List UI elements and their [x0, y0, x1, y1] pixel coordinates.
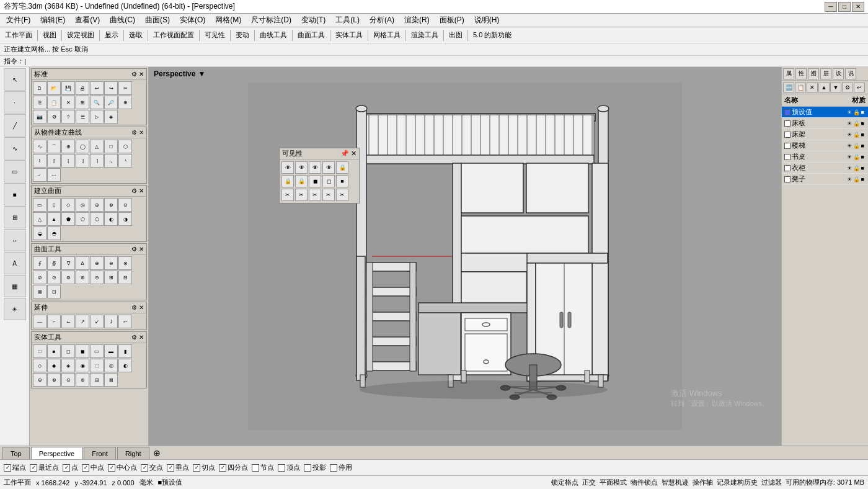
st-7[interactable]: ⊗ [118, 256, 132, 270]
sol-20[interactable]: ⊠ [104, 373, 118, 387]
visible-panel-close[interactable]: ✕ [351, 150, 356, 157]
menu-render[interactable]: 渲染(R) [401, 14, 433, 27]
st-2[interactable]: ∯ [47, 256, 61, 270]
tb-cut[interactable]: ✂ [118, 81, 132, 95]
sol-18[interactable]: ⊚ [76, 373, 89, 387]
lt-dim[interactable]: ↔ [4, 229, 26, 251]
vis-btn-14[interactable]: ✂ [322, 189, 335, 201]
snap-nearest[interactable]: 最近点 [30, 463, 59, 472]
toolbox-solid-tools-header[interactable]: 实体工具 ⚙ ✕ [32, 332, 146, 343]
tb-undo[interactable]: ↩ [90, 81, 104, 95]
menu-help[interactable]: 说明(H) [471, 14, 503, 27]
bc-13[interactable]: ⌍ [104, 154, 118, 168]
snap-knot[interactable]: 节点 [252, 463, 274, 472]
cs-2[interactable]: ▯ [47, 198, 61, 212]
bc-5[interactable]: △ [90, 140, 104, 153]
lt-surface[interactable]: ▭ [4, 160, 26, 182]
tb-visibility[interactable]: 可见性 [202, 29, 228, 41]
layer-desk[interactable]: 书桌 ☀ 🔒 ■ [782, 151, 868, 163]
tb-save[interactable]: 💾 [61, 81, 75, 95]
tb-render-tools[interactable]: 渲染工具 [409, 29, 441, 41]
menu-tools[interactable]: 工具(L) [332, 14, 363, 27]
vis-btn-9[interactable]: ◻ [322, 175, 335, 187]
rp-tb-copy[interactable]: 📋 [795, 83, 806, 92]
lt-line[interactable]: ╱ [4, 114, 26, 137]
vis-btn-5[interactable]: 🔒 [336, 161, 348, 174]
bc-7[interactable]: ⬡ [118, 140, 132, 153]
st-1[interactable]: ∮ [33, 256, 46, 270]
minimize-button[interactable]: ─ [825, 2, 837, 12]
snap-project[interactable]: 投影 [304, 463, 326, 472]
cs-6[interactable]: ⊗ [104, 198, 118, 212]
rp-icon-notes[interactable]: 设 [833, 68, 844, 79]
tb-print[interactable]: 🖨 [76, 81, 89, 95]
cs-5[interactable]: ⊕ [90, 198, 104, 212]
status-plane-mode[interactable]: 平面模式 [600, 478, 627, 487]
snap-point[interactable]: 点 [63, 463, 78, 472]
tb-redo[interactable]: ↪ [104, 81, 118, 95]
layer-bed-board[interactable]: 床板 ☀ 🔒 ■ [782, 118, 868, 129]
tb-copy[interactable]: ⎘ [33, 96, 46, 109]
vis-btn-7[interactable]: 🔒 [295, 175, 308, 187]
sol-10[interactable]: ◈ [61, 359, 75, 372]
sol-6[interactable]: ▬ [104, 344, 118, 358]
lt-solid[interactable]: ■ [4, 183, 26, 205]
st-9[interactable]: ⊙ [47, 271, 61, 284]
layer-bed-frame[interactable]: 床架 ☀ 🔒 ■ [782, 129, 868, 140]
sol-14[interactable]: ◐ [118, 359, 132, 372]
cs-11[interactable]: ⬠ [76, 212, 89, 226]
status-smart-track[interactable]: 智慧机迹 [662, 478, 689, 487]
sol-19[interactable]: ⊞ [90, 373, 104, 387]
tb-mesh-tools[interactable]: 网格工具 [371, 29, 403, 41]
toolbox-build-curve-header[interactable]: 从物件建立曲线 ⚙ ✕ [32, 127, 146, 138]
visible-panel-pin[interactable]: 📌 [340, 150, 349, 157]
tb-zoom-ext[interactable]: ⊕ [118, 96, 132, 109]
rp-tb-undo[interactable]: ↩ [854, 83, 865, 92]
tab-right[interactable]: Right [117, 447, 149, 459]
tb-help[interactable]: ? [61, 110, 75, 123]
cs-15[interactable]: ◒ [33, 227, 46, 240]
cs-14[interactable]: ◑ [118, 212, 132, 226]
lt-hatch[interactable]: ▦ [4, 275, 26, 297]
vis-btn-4[interactable]: 👁 [322, 161, 335, 174]
st-8[interactable]: ⊘ [33, 271, 46, 284]
snap-midpoint[interactable]: 中点 [82, 463, 104, 472]
rp-tb-up[interactable]: ▲ [818, 83, 830, 92]
tb-render[interactable]: ▷ [90, 110, 104, 123]
rp-icon-layers[interactable]: 图 [808, 68, 819, 79]
layer-default[interactable]: 预设值 ☀ 🔒 ■ [782, 107, 868, 118]
tb-setview[interactable]: 设定视图 [64, 29, 97, 41]
sol-15[interactable]: ⊕ [33, 373, 46, 387]
bc-9[interactable]: ⌈ [47, 154, 61, 168]
sol-3[interactable]: ◻ [61, 344, 75, 358]
menu-surface[interactable]: 曲面(S) [141, 14, 174, 27]
sol-5[interactable]: ▭ [90, 344, 104, 358]
tb-transform[interactable]: 变动 [233, 29, 252, 41]
menu-file[interactable]: 文件(F) [2, 14, 34, 27]
tb-view[interactable]: 视图 [40, 29, 59, 41]
rp-icon-settings[interactable]: 层 [820, 68, 831, 79]
tb-surface-tools[interactable]: 曲面工具 [295, 29, 327, 41]
viewport-3d[interactable]: Perspective ▼ 可见性 📌 ✕ 👁 👁 👁 👁 🔒 [149, 67, 781, 446]
tb-settings[interactable]: ⚙ [47, 110, 61, 123]
tb-camera[interactable]: 📷 [33, 110, 46, 123]
bc-2[interactable]: ⌒ [47, 140, 61, 153]
bc-15[interactable]: ⌏ [33, 168, 46, 182]
bc-3[interactable]: ⊕ [61, 140, 75, 153]
ext-1[interactable]: — [33, 315, 46, 328]
menu-view[interactable]: 查看(V) [71, 14, 104, 27]
tb-new[interactable]: 🗋 [33, 81, 46, 95]
bc-10[interactable]: ⌊ [61, 154, 75, 168]
st-3[interactable]: ∇ [61, 256, 75, 270]
cs-16[interactable]: ◓ [47, 227, 61, 240]
bc-12[interactable]: ⌉ [90, 154, 104, 168]
sol-17[interactable]: ⊙ [61, 373, 75, 387]
rp-icon-display[interactable]: 性 [795, 68, 807, 79]
bc-8[interactable]: ⌇ [33, 154, 46, 168]
lt-text[interactable]: A [4, 252, 26, 274]
snap-endpoint[interactable]: 端点 [4, 463, 26, 472]
cs-9[interactable]: ▲ [47, 212, 61, 226]
sol-16[interactable]: ⊗ [47, 373, 61, 387]
lt-mesh[interactable]: ⊞ [4, 206, 26, 228]
cs-7[interactable]: ⊙ [118, 198, 132, 212]
